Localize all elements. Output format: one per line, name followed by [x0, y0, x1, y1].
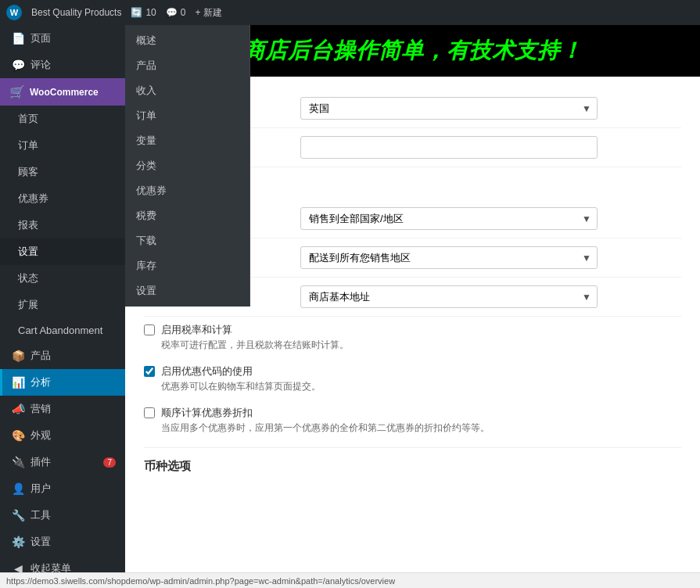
promo-text: 商店后台操作简单，有技术支持！ — [242, 38, 583, 63]
submenu-item-variations[interactable]: 变量 — [125, 128, 249, 153]
updates-button[interactable]: 🔄 10 — [131, 7, 156, 18]
pages-icon: 📄 — [12, 32, 24, 45]
tax-checkbox-label[interactable]: 启用税率和计算 — [144, 323, 681, 337]
sidebar-item-plugins[interactable]: 🔌 插件 7 — [0, 449, 125, 475]
settings-label: 设置 — [18, 245, 38, 259]
sidebar-item-woo-label: WooCommerce — [30, 87, 99, 98]
sidebar-item-analytics[interactable]: 📊 分析 — [0, 369, 125, 396]
sidebar-item-home[interactable]: 首页 — [0, 106, 125, 132]
coupon-desc: 优惠券可以在购物车和结算页面提交。 — [161, 380, 681, 393]
shipping-zone-control: 配送到所有您销售地区 仅配送到特定国家 ▼ — [300, 246, 681, 269]
sidebar-item-appearance[interactable]: 🎨 外观 — [0, 422, 125, 449]
country-select-wrap: 英国 中国 美国 德国 ▼ — [300, 97, 598, 120]
status-label: 状态 — [18, 271, 38, 285]
country-select[interactable]: 英国 中国 美国 德国 — [300, 97, 598, 120]
new-post-label: + 新建 — [195, 6, 221, 20]
sidebar-item-users[interactable]: 👤 用户 — [0, 475, 125, 502]
sidebar-item-orders[interactable]: 订单 — [0, 132, 125, 159]
default-location-select-wrap: 商店基本地址 顾客收货地址 顾客账单地址 ▼ — [300, 285, 598, 308]
sidebar-item-comments[interactable]: 💬 评论 — [0, 52, 125, 78]
cart-abandonment-label: Cart Abandonment — [18, 324, 102, 336]
tax-label-text: 启用税率和计算 — [161, 323, 232, 337]
submenu-item-revenue[interactable]: 收入 — [125, 78, 249, 103]
analytics-submenu: 概述 产品 收入 订单 变量 分类 优惠券 税费 下载 库存 设置 — [125, 25, 250, 307]
sidebar-item-customers[interactable]: 顾客 — [0, 159, 125, 185]
sidebar-item-woocommerce[interactable]: 🛒 WooCommerce — [0, 78, 125, 106]
orders-label: 订单 — [18, 138, 38, 152]
marketing-label: 营销 — [31, 402, 51, 416]
sidebar-item-coupons[interactable]: 优惠券 — [0, 185, 125, 212]
coupon-checkbox-label[interactable]: 启用优惠代码的使用 — [144, 364, 681, 378]
tools-icon: 🔧 — [12, 509, 24, 522]
home-label: 首页 — [18, 112, 38, 126]
site-name-button[interactable]: Best Quality Products — [31, 7, 121, 18]
extensions-label: 扩展 — [18, 298, 38, 312]
products-icon: 📦 — [12, 350, 24, 362]
submenu-item-orders[interactable]: 订单 — [125, 103, 249, 128]
status-bar: https://demo3.siwells.com/shopdemo/wp-ad… — [0, 572, 700, 588]
default-location-select[interactable]: 商店基本地址 顾客收货地址 顾客账单地址 — [300, 285, 598, 308]
sidebar-item-label: 评论 — [31, 58, 51, 72]
woo-icon: 🛒 — [9, 84, 25, 99]
postal-control — [300, 136, 681, 159]
settings-main-icon: ⚙️ — [12, 536, 24, 548]
appearance-label: 外观 — [31, 428, 51, 443]
sequential-checkbox-label[interactable]: 顺序计算优惠券折扣 — [144, 406, 681, 420]
appearance-icon: 🎨 — [12, 429, 24, 442]
sidebar-item-cart-abandonment[interactable]: Cart Abandonment — [0, 318, 125, 342]
coupon-label-text: 启用优惠代码的使用 — [161, 364, 253, 378]
shipping-zone-select[interactable]: 配送到所有您销售地区 仅配送到特定国家 — [300, 246, 598, 269]
sidebar-item-settings-main[interactable]: ⚙️ 设置 — [0, 529, 125, 555]
sequential-label-text: 顺序计算优惠券折扣 — [161, 406, 253, 420]
wp-logo-icon: W — [6, 5, 22, 20]
products-label: 产品 — [31, 349, 51, 363]
analytics-label: 分析 — [31, 375, 51, 389]
submenu-item-stock[interactable]: 库存 — [125, 253, 249, 278]
plugins-icon: 🔌 — [12, 456, 24, 468]
submenu-item-settings[interactable]: 设置 — [125, 278, 249, 303]
sidebar-item-tools[interactable]: 🔧 工具 — [0, 502, 125, 529]
sidebar-item-label: 页面 — [31, 31, 51, 45]
submenu-item-taxes[interactable]: 税费 — [125, 203, 249, 228]
sidebar-item-reports[interactable]: 报表 — [0, 212, 125, 238]
sidebar-item-extensions[interactable]: 扩展 — [0, 292, 125, 318]
postal-input[interactable] — [300, 136, 598, 159]
submenu-item-downloads[interactable]: 下载 — [125, 228, 249, 253]
country-control: 英国 中国 美国 德国 ▼ — [300, 97, 681, 120]
comments-button[interactable]: 💬 0 — [166, 7, 186, 18]
updates-count: 10 — [145, 7, 156, 18]
plugins-label: 插件 — [31, 455, 51, 469]
sequential-row: 顺序计算优惠券折扣 当应用多个优惠券时，应用第一个优惠券的全价和第二优惠券的折扣… — [144, 400, 681, 441]
customers-label: 顾客 — [18, 165, 38, 179]
comments-icon: 💬 — [166, 7, 178, 18]
sidebar-item-status[interactable]: 状态 — [0, 265, 125, 292]
submenu-item-products[interactable]: 产品 — [125, 53, 249, 78]
tax-desc: 税率可进行配置，并且税款将在结账时计算。 — [161, 339, 681, 352]
sidebar-item-pages[interactable]: 📄 页面 — [0, 25, 125, 52]
coupon-checkbox[interactable] — [144, 366, 155, 377]
status-url: https://demo3.siwells.com/shopdemo/wp-ad… — [6, 576, 395, 586]
sequential-checkbox[interactable] — [144, 407, 155, 418]
sales-location-select-wrap: 销售到全部国家/地区 仅销售到特定国家 ▼ — [300, 207, 598, 230]
sidebar-item-products[interactable]: 📦 产品 — [0, 342, 125, 369]
tax-checkbox[interactable] — [144, 324, 155, 335]
sidebar-item-settings[interactable]: 设置 — [0, 238, 125, 265]
submenu-item-overview[interactable]: 概述 — [125, 28, 249, 53]
currency-section-title: 币种选项 — [144, 447, 681, 477]
coupons-label: 优惠券 — [18, 192, 48, 206]
settings-main-label: 设置 — [31, 535, 51, 549]
plugins-badge: 7 — [103, 457, 116, 468]
submenu-item-categories[interactable]: 分类 — [125, 153, 249, 178]
submenu-item-coupons[interactable]: 优惠券 — [125, 178, 249, 203]
admin-bar: W Best Quality Products 🔄 10 💬 0 + 新建 — [0, 0, 700, 25]
default-location-control: 商店基本地址 顾客收货地址 顾客账单地址 ▼ — [300, 285, 681, 308]
sales-location-control: 销售到全部国家/地区 仅销售到特定国家 ▼ — [300, 207, 681, 230]
sidebar-item-marketing[interactable]: 📣 营销 — [0, 396, 125, 422]
sales-location-select[interactable]: 销售到全部国家/地区 仅销售到特定国家 — [300, 207, 598, 230]
sidebar: 📄 页面 💬 评论 🛒 WooCommerce 首页 订单 顾客 优惠券 报表 … — [0, 25, 125, 588]
wp-logo-button[interactable]: W — [6, 5, 22, 20]
users-label: 用户 — [31, 482, 51, 496]
new-post-button[interactable]: + 新建 — [195, 6, 221, 20]
shipping-zone-select-wrap: 配送到所有您销售地区 仅配送到特定国家 ▼ — [300, 246, 598, 269]
analytics-icon: 📊 — [12, 376, 24, 389]
